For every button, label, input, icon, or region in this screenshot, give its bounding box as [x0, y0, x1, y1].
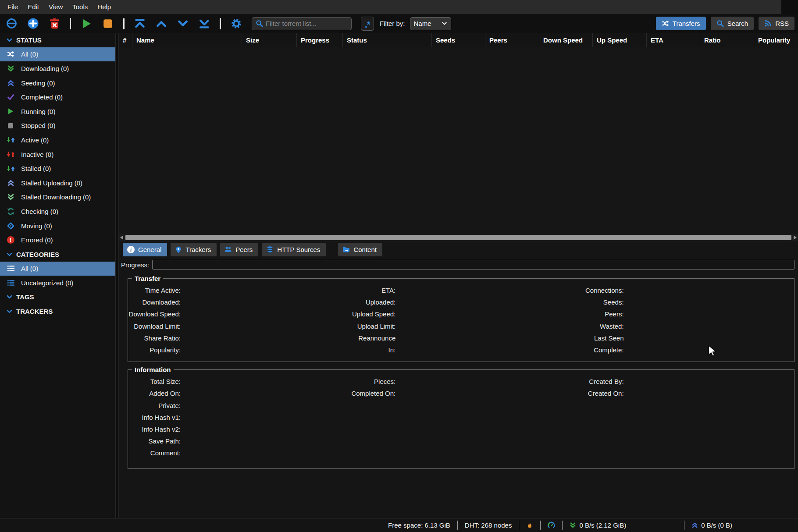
reannounce-in-label: Reannounce In: [350, 332, 395, 344]
sidebar-section-categories[interactable]: CATEGORIES [0, 247, 115, 262]
column-header-seeds[interactable]: Seeds [431, 33, 485, 47]
column-header-name[interactable]: Name [132, 33, 242, 47]
location-pin-icon [175, 246, 182, 253]
sidebar-splitter[interactable] [115, 33, 119, 518]
sidebar-item-seeding[interactable]: Seeding (0) [0, 76, 115, 90]
add-torrent-link-button[interactable] [5, 17, 18, 30]
sidebar-item-inactive[interactable]: Inactive (0) [0, 147, 115, 162]
column-header-size[interactable]: Size [242, 33, 296, 47]
statusbar-separator [562, 521, 563, 530]
search-input[interactable] [266, 20, 348, 27]
sidebar-item-stopped[interactable]: Stopped (0) [0, 119, 115, 133]
arrow-up-icon [11, 151, 15, 158]
scrollbar-thumb[interactable] [125, 235, 791, 240]
column-header-popularity[interactable]: Popularity [754, 33, 798, 47]
menu-tools[interactable]: Tools [68, 0, 93, 14]
upload-speed-status[interactable]: 0 B/s (0 B) [691, 521, 732, 529]
sidebar-category-all[interactable]: All (0) [0, 262, 115, 276]
scroll-left-arrow-icon[interactable] [120, 235, 123, 240]
torrent-list[interactable] [119, 47, 798, 234]
decrease-priority-button[interactable] [177, 17, 189, 30]
connection-status[interactable] [526, 522, 533, 529]
upload-speed-label: Upload Speed: [350, 308, 395, 320]
sidebar-section-trackers[interactable]: TRACKERS [0, 304, 115, 319]
torrent-table-header: # Name Size Progress Status Seeds Peers … [119, 33, 798, 47]
sidebar-item-stalled-uploading[interactable]: Stalled Uploading (0) [0, 176, 115, 190]
column-header-eta[interactable]: ETA [646, 33, 700, 47]
total-size-label: Total Size: [128, 376, 181, 387]
progress-bar [152, 260, 794, 270]
column-header-status[interactable]: Status [342, 33, 431, 47]
toolbar-separator [220, 18, 221, 29]
arrow-up-icon [11, 136, 15, 143]
download-limit-label: Download Limit: [128, 320, 181, 332]
column-header-peers[interactable]: Peers [485, 33, 539, 47]
details-pane: i General Trackers Peers HTTP Sources [119, 241, 798, 518]
search-view-button[interactable]: Search [711, 17, 754, 30]
transfers-view-button[interactable]: Transfers [656, 17, 706, 30]
sidebar-item-completed[interactable]: Completed (0) [0, 90, 115, 104]
arrow-up-icon [11, 165, 15, 172]
sidebar-item-moving[interactable]: Moving (0) [0, 219, 115, 233]
rss-view-button[interactable]: RSS [759, 17, 794, 30]
statusbar: Free space: 6.13 GiB DHT: 268 nodes 0 B/… [0, 518, 798, 532]
sidebar-item-all[interactable]: All (0) [0, 47, 115, 62]
rss-icon [764, 20, 772, 27]
delete-torrent-button[interactable] [48, 17, 61, 30]
menu-help[interactable]: Help [93, 0, 116, 14]
sidebar-item-checking[interactable]: Checking (0) [0, 204, 115, 219]
column-header-ratio[interactable]: Ratio [700, 33, 754, 47]
tab-content[interactable]: Content [338, 243, 382, 256]
start-torrent-button[interactable] [80, 17, 93, 30]
regex-filter-button[interactable]: .* [361, 17, 374, 31]
sidebar-section-tags[interactable]: TAGS [0, 290, 115, 305]
sidebar-item-stalled[interactable]: Stalled (0) [0, 161, 115, 176]
options-button[interactable] [230, 17, 242, 30]
column-header-number[interactable]: # [119, 33, 132, 47]
menubar: File Edit View Tools Help [0, 0, 798, 14]
increase-priority-button[interactable] [155, 17, 167, 30]
dht-nodes: DHT: 268 nodes [465, 521, 512, 529]
sidebar-category-uncategorized[interactable]: Uncategorized (0) [0, 276, 115, 290]
stop-torrent-button[interactable] [102, 17, 114, 30]
information-section: Information Total Size: Added On: Privat… [128, 366, 794, 469]
tab-http-sources[interactable]: HTTP Sources [262, 243, 326, 256]
time-active-label: Time Active: [128, 284, 181, 296]
menu-view[interactable]: View [44, 0, 68, 14]
people-icon [224, 246, 232, 253]
column-header-progress[interactable]: Progress [296, 33, 342, 47]
column-header-down-speed[interactable]: Down Speed [539, 33, 592, 47]
checkmark-icon [7, 93, 14, 101]
download-speed-status[interactable]: 0 B/s (2.12 GiB) [570, 521, 626, 529]
error-icon: ! [7, 236, 14, 244]
top-priority-button[interactable] [134, 17, 146, 30]
horizontal-scrollbar[interactable] [119, 234, 798, 241]
filter-by-select[interactable]: Name [410, 17, 451, 30]
info-icon: i [127, 246, 135, 253]
sidebar-section-status[interactable]: STATUS [0, 33, 115, 47]
sync-icon [7, 208, 14, 215]
add-torrent-file-button[interactable] [27, 17, 39, 30]
filter-search-box[interactable] [252, 17, 352, 30]
double-chevron-down-icon [7, 65, 14, 72]
menu-file[interactable]: File [3, 0, 23, 14]
double-chevron-up-icon [7, 79, 14, 87]
bottom-priority-button[interactable] [198, 17, 210, 30]
scroll-right-arrow-icon[interactable] [794, 235, 797, 240]
column-header-up-speed[interactable]: Up Speed [592, 33, 646, 47]
completed-on-label: Completed On: [350, 387, 395, 399]
tab-trackers[interactable]: Trackers [171, 243, 217, 256]
double-chevron-down-icon [570, 522, 576, 528]
sidebar-item-active[interactable]: Active (0) [0, 133, 115, 147]
share-ratio-label: Share Ratio: [128, 332, 181, 344]
tab-general[interactable]: i General [123, 243, 167, 256]
tab-peers[interactable]: Peers [220, 243, 258, 256]
menu-edit[interactable]: Edit [23, 0, 44, 14]
alt-speed-limits[interactable] [548, 521, 555, 529]
search-icon [716, 20, 724, 27]
sidebar-item-errored[interactable]: ! Errored (0) [0, 233, 115, 247]
sidebar-item-running[interactable]: Running (0) [0, 104, 115, 119]
chevron-up-icon [156, 18, 167, 29]
sidebar-item-stalled-downloading[interactable]: Stalled Downloading (0) [0, 190, 115, 205]
sidebar-item-downloading[interactable]: Downloading (0) [0, 61, 115, 76]
